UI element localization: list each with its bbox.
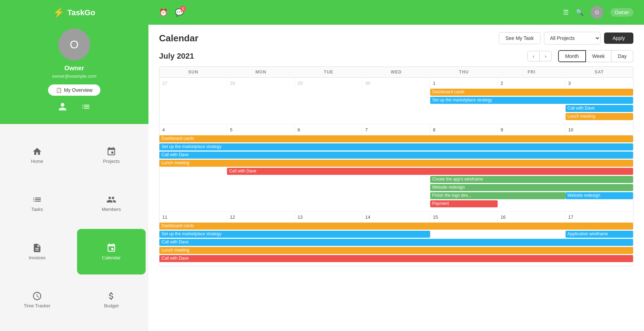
projects-select[interactable]: All Projects (544, 32, 601, 45)
week3-day-nums: 11 12 13 14 15 16 17 (159, 212, 633, 222)
month-label: July 2021 (159, 52, 194, 61)
event-websiteredesign2-w2[interactable]: Website redesign (566, 192, 633, 199)
day-sat: SAT (566, 67, 633, 77)
event-marketplace-w1[interactable]: Set up the marketplace strategy (430, 97, 633, 104)
avatar: O (58, 29, 90, 60)
day-cell-27: 27 (159, 78, 227, 88)
day-wed: WED (362, 67, 430, 77)
sidebar-item-budget[interactable]: Budget (77, 277, 146, 323)
members-label: Members (102, 207, 121, 212)
sidebar-item-members[interactable]: Members (77, 181, 146, 226)
brand: ⚡ TaskGo (53, 0, 95, 29)
view-week-button[interactable]: Week (586, 50, 612, 62)
main-content: ⏰ 💬 0 ☰ 🔍 O Owner Calendar See My Task A… (148, 0, 644, 331)
timetracker-label: Time Tracker (24, 303, 50, 308)
week2-day-nums: 4 5 6 7 8 9 10 (159, 124, 633, 135)
brand-icon: ⚡ (53, 7, 64, 18)
date-nav: July 2021 ‹ › Month Week Day (159, 50, 633, 62)
event-callred-w3[interactable]: Call with Dave (159, 255, 633, 262)
event-dashboard-cards-w1[interactable]: Dashboard cards (430, 89, 633, 96)
day-cell-3: 3 (566, 78, 633, 88)
day-cell-17: 17 (566, 212, 633, 222)
apply-button[interactable]: Apply (604, 32, 633, 44)
overview-button[interactable]: 📋 My Overview (48, 84, 100, 96)
sidebar-top: ⚡ TaskGo O Owner owner@example.com 📋 My … (0, 0, 148, 124)
search-icon[interactable]: 🔍 (576, 8, 584, 16)
sidebar-item-calendar[interactable]: Calendar (77, 229, 146, 274)
day-cell-14: 14 (362, 212, 430, 222)
event-callwithdave-w3[interactable]: Call with Dave (159, 239, 633, 246)
menu-icon[interactable]: ☰ (563, 8, 569, 16)
day-cell-16: 16 (498, 212, 565, 222)
event-wireframe-w2[interactable]: Create the app's wireframe (430, 176, 633, 183)
sidebar-item-home[interactable]: Home (3, 132, 71, 178)
event-marketplace-w3[interactable]: Set up the marketplace strategy (159, 231, 430, 238)
day-cell-6: 6 (295, 124, 362, 135)
event-callwithdave-w1[interactable]: Call with Dave (566, 105, 633, 112)
person-icon[interactable] (58, 102, 67, 113)
day-cell-13: 13 (295, 212, 362, 222)
calendar-title: Calendar (159, 33, 198, 44)
sidebar-item-timetracker[interactable]: Time Tracker (3, 277, 71, 323)
next-month-button[interactable]: › (540, 51, 552, 61)
sidebar-icon-row (58, 102, 90, 113)
event-dashboard-w3[interactable]: Dashboard cards (159, 223, 633, 230)
topbar-username: Owner (610, 8, 633, 17)
day-sun: SUN (159, 67, 227, 77)
home-label: Home (31, 159, 43, 164)
brand-name: TaskGo (67, 8, 95, 17)
invoices-label: Invoices (29, 255, 46, 260)
calendar-header: Calendar See My Task All Projects Apply (159, 32, 633, 45)
topbar: ⏰ 💬 0 ☰ 🔍 O Owner (148, 0, 644, 25)
event-appwireframe-w3[interactable]: Application wireframe (566, 231, 633, 238)
calendar-controls-top: See My Task All Projects Apply (499, 32, 633, 45)
calendar-week-3: 11 12 13 14 15 16 17 Dashboard cards (159, 212, 633, 266)
day-cell-8: 8 (430, 124, 498, 135)
calendar-grid: SUN MON TUE WED THU FRI SAT 27 28 29 30 … (159, 66, 633, 266)
prev-month-button[interactable]: ‹ (527, 51, 540, 61)
sidebar-item-tasks[interactable]: Tasks (3, 181, 71, 226)
tasks-label: Tasks (31, 207, 43, 212)
sidebar-nav: Home Projects Tasks Members Invoices Cal… (0, 124, 148, 331)
see-my-task-button[interactable]: See My Task (499, 32, 540, 44)
day-tue: TUE (295, 67, 362, 77)
day-cell-29: 29 (295, 78, 362, 88)
event-lunch-w3[interactable]: Lunch meeting (159, 247, 633, 254)
view-controls: Month Week Day (558, 50, 633, 62)
event-lunch-w1[interactable]: Lunch meeting (566, 113, 633, 120)
projects-label: Projects (103, 159, 120, 164)
calendar-label: Calendar (102, 255, 121, 260)
event-lunch-w2[interactable]: Lunch meeting (159, 160, 633, 167)
day-cell-7: 7 (362, 124, 430, 135)
sidebar: ⚡ TaskGo O Owner owner@example.com 📋 My … (0, 0, 148, 331)
budget-label: Budget (104, 303, 118, 308)
event-dashboard-w2[interactable]: Dashboard cards (159, 135, 633, 142)
chat-badge: 0 (180, 6, 186, 12)
day-cell-9: 9 (498, 124, 565, 135)
chat-icon[interactable]: 💬 0 (175, 8, 184, 17)
calendar-area: Calendar See My Task All Projects Apply … (148, 25, 644, 331)
event-finishlogo-w2[interactable]: Finish the logo des... (430, 192, 566, 199)
event-callwithdave2-w2[interactable]: Call with Dave (159, 152, 633, 159)
view-month-button[interactable]: Month (558, 50, 586, 62)
calendar-week-1: 27 28 29 30 1 2 3 Dashboard cards (159, 78, 633, 124)
day-cell-15: 15 (430, 212, 498, 222)
day-cell-10: 10 (566, 124, 633, 135)
view-day-button[interactable]: Day (611, 50, 633, 62)
day-cell-11: 11 (159, 212, 227, 222)
user-email: owner@example.com (52, 73, 96, 79)
event-marketplace-w2[interactable]: Set up the marketplace strategy (159, 143, 633, 150)
event-callred-w2[interactable]: Call with Dave (227, 168, 633, 175)
sidebar-item-invoices[interactable]: Invoices (3, 229, 71, 274)
clock-icon[interactable]: ⏰ (159, 8, 168, 17)
day-thu: THU (430, 67, 498, 77)
event-payment-w2[interactable]: Payment (430, 200, 498, 207)
day-fri: FRI (498, 67, 565, 77)
topbar-avatar: O (591, 6, 603, 19)
list-icon[interactable] (81, 102, 90, 113)
week1-day-nums: 27 28 29 30 1 2 3 (159, 78, 633, 88)
days-header: SUN MON TUE WED THU FRI SAT (159, 67, 633, 78)
event-websiteredesign-w2[interactable]: Website redesign (430, 184, 633, 191)
user-name: Owner (64, 65, 84, 72)
sidebar-item-projects[interactable]: Projects (77, 132, 146, 178)
